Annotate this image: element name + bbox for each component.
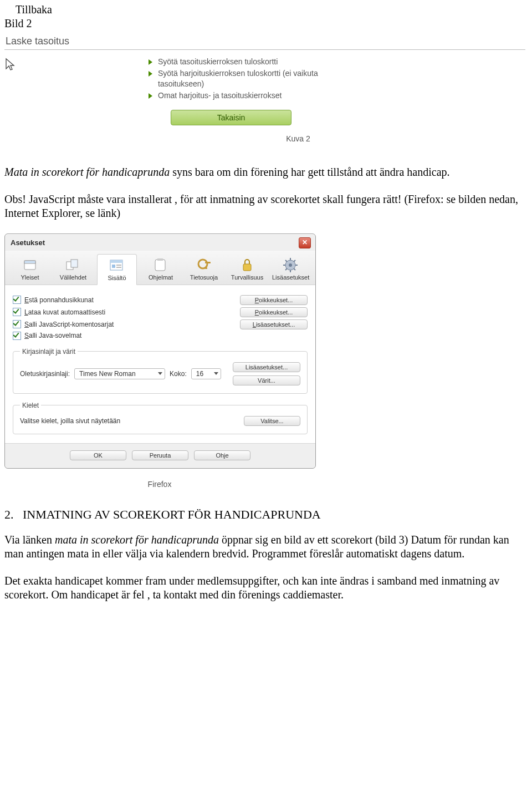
tab-icon	[282, 256, 299, 273]
triangle-icon	[149, 59, 152, 65]
svg-rect-6	[112, 265, 115, 268]
caption-kuva2: Kuva 2	[71, 134, 525, 143]
fonts-legend: Kirjasinlajit ja värit	[20, 348, 78, 356]
svg-line-23	[294, 260, 295, 262]
takaisin-button[interactable]: Takaisin	[171, 110, 291, 125]
link-label: Syötä tasoituskierroksen tuloskortti	[158, 57, 278, 67]
cursor-icon	[4, 58, 149, 72]
link-label: Syötä harjoituskierroksen tuloskortti (e…	[158, 68, 359, 89]
tab-icon	[64, 256, 82, 273]
select-languages-button[interactable]: Valitse...	[244, 416, 300, 426]
cancel-button[interactable]: Peruuta	[132, 450, 188, 460]
dialog-title: Asetukset	[11, 238, 45, 247]
checkbox-row: Estä ponnahdusikkunatPoikkeukset...	[13, 295, 308, 305]
svg-point-11	[198, 260, 207, 268]
svg-line-22	[294, 268, 295, 270]
languages-text: Valitse kielet, joilla sivut näytetään	[20, 417, 120, 425]
svg-rect-14	[243, 264, 251, 271]
checkbox-label: Salli Java-sovelmat	[24, 332, 81, 339]
tab-lisäasetukset[interactable]: Lisäasetukset	[271, 254, 310, 285]
para1-rest: syns bara om din förening har gett tills…	[170, 166, 449, 178]
settings-button[interactable]: Poikkeukset...	[240, 307, 308, 317]
section-num: 2.	[4, 507, 14, 521]
svg-rect-1	[24, 261, 35, 263]
para3-italic: mata in scorekort för handicaprunda	[55, 534, 219, 546]
checkbox-row: Lataa kuvat automaattisestiPoikkeukset..…	[13, 307, 308, 317]
tab-label: Tietosuoja	[186, 274, 222, 281]
settings-button[interactable]: Poikkeukset...	[240, 295, 308, 305]
paragraph-2: Obs! JavaScript måste vara installerat ,…	[4, 192, 528, 220]
svg-rect-7	[116, 265, 121, 266]
svg-point-16	[289, 263, 292, 267]
tab-label: Ohjelmat	[142, 274, 179, 281]
screenshot-laske-tasoitus: Laske tasoitus Syötä tasoituskierroksen …	[4, 32, 525, 143]
svg-rect-8	[116, 267, 121, 268]
checkbox[interactable]	[13, 320, 21, 328]
caption-firefox: Firefox	[4, 480, 315, 489]
checkbox-label: Salli JavaScript-komentosarjat	[24, 321, 114, 328]
close-icon[interactable]: ✕	[299, 237, 311, 248]
default-font-label: Oletuskirjasinlaji:	[20, 370, 70, 378]
checkbox[interactable]	[13, 332, 21, 340]
svg-rect-10	[157, 258, 163, 261]
tab-label: Sisältö	[99, 275, 135, 281]
paragraph-4: Det exakta handicapet kommer fram under …	[4, 574, 528, 602]
tab-ohjelmat[interactable]: Ohjelmat	[141, 254, 180, 285]
link-row[interactable]: Syötä tasoituskierroksen tuloskortti	[149, 57, 359, 67]
label-bild2: Bild 2	[4, 17, 528, 30]
tab-icon	[21, 256, 39, 273]
tab-välilehdet[interactable]: Välilehdet	[54, 254, 93, 285]
link-label: Omat harjoitus- ja tasoituskierrokset	[158, 90, 282, 101]
asetukset-dialog: Asetukset ✕ YleisetVälilehdetSisältöOhje…	[4, 233, 316, 469]
svg-rect-12	[205, 262, 211, 263]
tab-label: Yleiset	[12, 274, 48, 281]
tab-turvallisuus[interactable]: Turvallisuus	[228, 254, 267, 285]
svg-rect-5	[110, 260, 122, 263]
tab-tietosuoja[interactable]: Tietosuoja	[185, 254, 223, 285]
tab-icon	[195, 256, 213, 273]
size-value: 16	[196, 370, 203, 378]
checkbox-row: Salli Java-sovelmat	[13, 332, 308, 340]
tab-label: Välilehdet	[55, 274, 91, 281]
triangle-icon	[149, 93, 152, 99]
fonts-advanced-button[interactable]: Lisäasetukset...	[233, 362, 300, 372]
tab-label: Lisäasetukset	[272, 274, 309, 281]
link-row[interactable]: Syötä harjoituskierroksen tuloskortti (e…	[149, 68, 359, 89]
svg-rect-13	[205, 267, 207, 269]
svg-rect-3	[71, 260, 78, 267]
chevron-down-icon	[214, 372, 218, 375]
ok-button[interactable]: OK	[70, 450, 126, 460]
checkbox[interactable]	[13, 296, 21, 304]
default-font-combo[interactable]: Times New Roman	[74, 368, 165, 379]
checkbox-row: Salli JavaScript-komentosarjatLisäasetuk…	[13, 319, 308, 329]
tab-yleiset[interactable]: Yleiset	[11, 254, 49, 285]
svg-line-21	[285, 260, 287, 262]
languages-group: Kielet Valitse kielet, joilla sivut näyt…	[13, 402, 308, 434]
tab-label: Turvallisuus	[229, 274, 265, 281]
triangle-icon	[149, 71, 152, 77]
paragraph-3: Via länken mata in scorekort för handica…	[4, 533, 528, 561]
settings-button[interactable]: Lisäasetukset...	[240, 319, 308, 329]
para1-italic: Mata in scorekort för handicaprunda	[4, 166, 170, 178]
link-row[interactable]: Omat harjoitus- ja tasoituskierrokset	[149, 90, 359, 101]
chevron-down-icon	[158, 372, 162, 375]
svg-rect-9	[155, 260, 165, 271]
tab-icon	[152, 256, 170, 273]
para3-pre: Via länken	[4, 534, 55, 546]
tab-sisältö[interactable]: Sisältö	[97, 254, 137, 285]
default-font-value: Times New Roman	[79, 370, 136, 378]
checkbox[interactable]	[13, 308, 21, 316]
colors-button[interactable]: Värit...	[233, 375, 300, 385]
section-heading: 2. INMATNING AV SCOREKORT FÖR HANDICAPRU…	[4, 507, 528, 522]
fonts-group: Kirjasinlajit ja värit Oletuskirjasinlaj…	[13, 348, 308, 394]
size-label: Koko:	[170, 370, 187, 378]
heading-laske-tasoitus: Laske tasoitus	[4, 32, 525, 50]
link-tillbaka[interactable]: Tillbaka	[16, 3, 528, 16]
section-title: INMATNING AV SCOREKORT FÖR HANDICAPRUNDA	[23, 507, 321, 521]
help-button[interactable]: Ohje	[194, 450, 250, 460]
checkbox-label: Estä ponnahdusikkunat	[24, 296, 94, 304]
size-combo[interactable]: 16	[191, 368, 221, 379]
tab-icon	[238, 256, 256, 273]
paragraph-1: Mata in scorekort för handicaprunda syns…	[4, 165, 528, 179]
svg-line-24	[285, 268, 287, 270]
